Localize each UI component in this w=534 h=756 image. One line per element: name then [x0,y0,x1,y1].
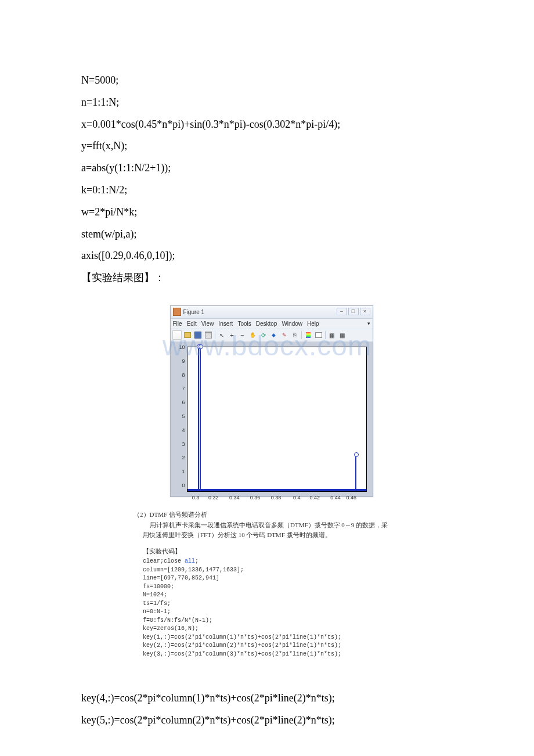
menu-window[interactable]: Window [282,321,302,327]
figure-titlebar[interactable]: Figure 1 – □ × [171,306,373,319]
xtick: 0.46 [346,495,356,501]
axes-layout-icon[interactable] [327,330,337,340]
ytick: 1 [177,469,185,474]
menu-tools[interactable]: Tools [237,321,251,327]
ytick: 8 [177,372,185,378]
ytick: 2 [177,455,185,460]
zoom-out-icon[interactable] [238,330,247,340]
xtick: 0.4 [293,495,301,501]
axes[interactable]: 10 9 8 7 6 5 4 3 2 1 0 [187,347,367,492]
stem-marker [198,347,199,491]
menu-overflow-icon[interactable]: ▾ [367,321,370,326]
legend-icon[interactable] [314,330,323,340]
ytick: 3 [177,441,185,447]
code-line: axis([0.29,0.46,0,10]); [81,245,461,267]
code-block-mono: clear;close all;column=[1209,1336,1477,1… [143,557,461,658]
code-line: a=abs(y(1:1:N/2+1)); [81,157,461,179]
x-axis-baseline [187,489,366,491]
ytick: 0 [177,483,185,488]
xtick: 0.34 [229,495,240,501]
data-cursor-icon[interactable] [269,330,279,340]
code-line: x=0.001*cos(0.45*n*pi)+sin(0.3*n*pi)-cos… [81,114,461,136]
menu-desktop[interactable]: Desktop [256,321,277,327]
figure-title: Figure 1 [183,309,205,315]
pointer-icon[interactable] [217,330,226,340]
xtick: 0.3 [192,495,200,501]
code-line: y=fft(x,N); [81,135,461,157]
figure-icon [173,308,181,316]
y-tick-labels: 10 9 8 7 6 5 4 3 2 1 0 [177,344,185,488]
section-body: 用快速傅里叶变换（FFT）分析这 10 个号码 DTMF 拨号时的频谱。 [143,530,461,541]
print-icon[interactable] [204,330,213,340]
ytick: 4 [177,427,185,433]
xtick: 0.38 [271,495,282,501]
ytick: 9 [177,358,185,364]
menu-edit[interactable]: Edit [187,321,197,327]
link-icon[interactable] [290,330,300,340]
stem-marker [355,455,356,491]
brush-icon[interactable] [280,330,289,340]
result-label: 【实验结果图】： [81,267,461,289]
code-block-top: N=5000; n=1:1:N; x=0.001*cos(0.45*n*pi)+… [81,70,461,289]
section-dtmf: （2）DTMF 信号频谱分析 用计算机声卡采集一段通信系统中电话双音多频（DTM… [134,510,461,658]
ytick: 5 [177,413,185,419]
minimize-button[interactable]: – [337,308,347,315]
section-body: 用计算机声卡采集一段通信系统中电话双音多频（DTMF）拨号数字 0～9 的数据，… [150,520,461,531]
x-tick-labels: 0.3 0.32 0.34 0.36 0.38 0.4 0.42 0.44 0.… [187,495,367,501]
section-subheading: 【实验代码】 [143,546,461,557]
open-icon[interactable] [183,330,192,340]
xtick: 0.32 [208,495,219,501]
ytick: 10 [177,344,185,350]
save-icon[interactable] [193,330,203,340]
menu-file[interactable]: File [173,321,182,327]
zoom-in-icon[interactable] [228,330,237,340]
toolbar-separator [325,331,326,339]
xtick: 0.44 [330,495,341,501]
stem-marker [200,347,201,491]
figure-window: Figure 1 – □ × File Edit View Insert Too… [170,305,373,497]
rotate-icon[interactable] [259,330,268,340]
plot-area: 10 9 8 7 6 5 4 3 2 1 0 [171,342,373,496]
close-button[interactable]: × [360,308,370,315]
xtick: 0.42 [309,495,320,501]
code-line: n=1:1:N; [81,92,461,114]
plot-tools-icon[interactable] [338,330,347,340]
ytick: 7 [177,386,185,391]
new-figure-icon[interactable] [172,330,182,340]
menu-help[interactable]: Help [307,321,319,327]
code-line: k=0:1:N/2; [81,179,461,201]
code-block-bottom: key(4,:)=cos(2*pi*column(1)*n*ts)+cos(2*… [81,687,461,732]
pan-icon[interactable] [248,330,258,340]
window-controls: – □ × [337,308,370,315]
xtick: 0.36 [250,495,261,501]
menu-insert[interactable]: Insert [218,321,233,327]
section-heading: （2）DTMF 信号频谱分析 [134,510,461,520]
ytick: 6 [177,399,185,405]
toolbar-separator [301,331,302,339]
figure-menubar: File Edit View Insert Tools Desktop Wind… [171,319,373,329]
code-line: key(5,:)=cos(2*pi*column(2)*n*ts)+cos(2*… [81,710,461,732]
code-line: stem(w/pi,a); [81,224,461,246]
toolbar-separator [215,331,215,339]
code-line: key(4,:)=cos(2*pi*column(1)*n*ts)+cos(2*… [81,687,461,710]
code-line: w=2*pi/N*k; [81,201,461,224]
figure-toolbar [171,329,373,342]
maximize-button[interactable]: □ [348,308,359,315]
colorbar-icon[interactable] [304,330,313,340]
menu-view[interactable]: View [201,321,214,327]
code-line: N=5000; [81,70,461,92]
